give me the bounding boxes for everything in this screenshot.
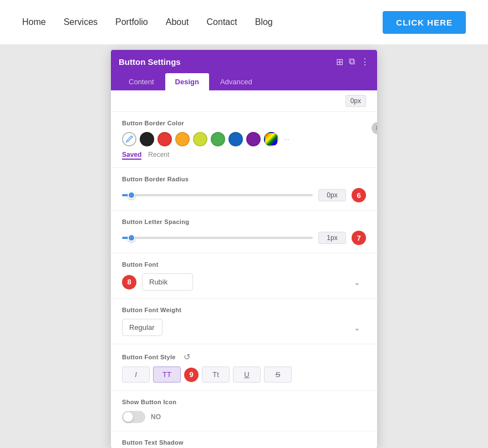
- font-style-underline[interactable]: U: [233, 366, 261, 383]
- show-icon-section: Show Button Icon NO: [111, 391, 377, 431]
- main-nav: Home Services Portfolio About Contact Bl…: [22, 17, 273, 27]
- letter-spacing-section: Button Letter Spacing 1px 7: [111, 211, 377, 253]
- border-radius-label: Button Border Radius: [122, 176, 366, 182]
- border-color-section: Button Border Color: [111, 112, 377, 168]
- font-select-wrap: Rubik Roboto Open Sans Lato: [142, 273, 366, 291]
- font-style-buttons-row: I TT 9 Tt U S: [122, 366, 366, 383]
- font-label: Button Font: [122, 261, 366, 268]
- panel-header: Button Settings ⊞ ⧉ ⋮: [111, 50, 377, 73]
- svg-point-0: [126, 141, 128, 142]
- text-shadow-label: Button Text Shadow: [122, 439, 366, 446]
- font-style-label-row: Button Font Style ↺: [122, 352, 366, 362]
- swatch-black[interactable]: [140, 132, 154, 146]
- panel-settings-icon[interactable]: ⊞: [336, 57, 343, 67]
- tab-content[interactable]: Content: [119, 73, 164, 90]
- toggle-row: NO: [122, 411, 366, 423]
- header: Home Services Portfolio About Contact Bl…: [0, 0, 488, 44]
- color-tabs-row: Saved Recent: [122, 151, 366, 160]
- panel-menu-icon[interactable]: ⋮: [360, 57, 369, 67]
- show-icon-label: Show Button Icon: [122, 399, 366, 405]
- letter-spacing-track[interactable]: [122, 237, 313, 239]
- toggle-label: NO: [151, 413, 161, 421]
- panel-expand-icon[interactable]: ⧉: [349, 57, 355, 67]
- border-radius-slider-row: 0px 6: [122, 188, 366, 202]
- border-radius-value[interactable]: 0px: [318, 189, 346, 201]
- font-select-row: 8 Rubik Roboto Open Sans Lato: [122, 273, 366, 291]
- swatch-orange[interactable]: [175, 132, 190, 146]
- letter-spacing-value[interactable]: 1px: [318, 232, 346, 244]
- toggle-knob: [123, 412, 133, 422]
- color-tab-recent[interactable]: Recent: [148, 151, 169, 160]
- nav-item-blog[interactable]: Blog: [255, 17, 273, 27]
- panel-header-icons: ⊞ ⧉ ⋮: [336, 57, 369, 67]
- font-badge: 8: [122, 275, 136, 289]
- font-style-uppercase[interactable]: TT: [153, 366, 181, 383]
- swatch-rainbow[interactable]: [264, 132, 278, 146]
- cta-button[interactable]: CLICK HERE: [383, 11, 466, 34]
- font-style-section: Button Font Style ↺ I TT 9 Tt U S: [111, 344, 377, 391]
- eyedropper-icon: [125, 135, 133, 143]
- color-tab-saved[interactable]: Saved: [122, 151, 141, 160]
- offset-value: 0px: [345, 95, 366, 107]
- swatch-lime[interactable]: [193, 132, 207, 146]
- color-swatches: ···: [122, 132, 366, 146]
- letter-spacing-badge: 7: [352, 231, 366, 245]
- more-swatches-indicator: ···: [284, 135, 289, 143]
- panel-body: 0px Button Border Color: [111, 90, 377, 448]
- button-settings-panel: Button Settings ⊞ ⧉ ⋮ Content Design Adv…: [111, 50, 377, 448]
- nav-item-contact[interactable]: Contact: [207, 17, 237, 27]
- color-picker-swatch[interactable]: [122, 132, 136, 146]
- panel-tabs: Content Design Advanced: [111, 73, 377, 90]
- font-style-capitalize[interactable]: Tt: [202, 366, 230, 383]
- swatch-blue[interactable]: [228, 132, 243, 146]
- font-weight-select[interactable]: Regular Bold Light Medium: [122, 319, 162, 336]
- font-style-label: Button Font Style: [122, 354, 176, 360]
- font-select[interactable]: Rubik Roboto Open Sans Lato: [142, 273, 193, 291]
- swatch-red[interactable]: [157, 132, 172, 146]
- tab-advanced[interactable]: Advanced: [210, 73, 262, 90]
- letter-spacing-slider-row: 1px 7: [122, 231, 366, 245]
- letter-spacing-label: Button Letter Spacing: [122, 218, 366, 225]
- swatch-purple[interactable]: [246, 132, 261, 146]
- font-weight-select-wrap: Regular Bold Light Medium: [122, 319, 366, 336]
- font-style-italic[interactable]: I: [122, 366, 150, 383]
- nav-item-about[interactable]: About: [166, 17, 189, 27]
- nav-item-services[interactable]: Services: [64, 17, 98, 27]
- font-section: Button Font 8 Rubik Roboto Open Sans Lat…: [111, 253, 377, 299]
- border-radius-badge: 6: [352, 188, 366, 202]
- border-radius-section: Button Border Radius 0px 6: [111, 168, 377, 211]
- font-weight-section: Button Font Weight Regular Bold Light Me…: [111, 299, 377, 344]
- show-icon-toggle[interactable]: [122, 411, 145, 423]
- tab-design[interactable]: Design: [165, 73, 209, 90]
- font-style-badge: 9: [184, 368, 199, 382]
- swatch-green[interactable]: [211, 132, 225, 146]
- border-radius-thumb[interactable]: [128, 191, 135, 199]
- text-shadow-section: Button Text Shadow aA aA: [111, 431, 377, 448]
- font-weight-label: Button Font Weight: [122, 307, 366, 313]
- border-radius-track[interactable]: [122, 194, 313, 196]
- nav-item-portfolio[interactable]: Portfolio: [115, 17, 148, 27]
- border-color-label: Button Border Color: [122, 120, 366, 126]
- font-style-strikethrough[interactable]: S: [264, 366, 292, 383]
- main-area: Button Settings ⊞ ⧉ ⋮ Content Design Adv…: [0, 44, 488, 448]
- font-style-reset-icon[interactable]: ↺: [184, 352, 191, 362]
- letter-spacing-thumb[interactable]: [128, 234, 135, 242]
- offset-row: 0px: [111, 90, 377, 112]
- panel-title: Button Settings: [119, 57, 181, 67]
- nav-item-home[interactable]: Home: [22, 17, 46, 27]
